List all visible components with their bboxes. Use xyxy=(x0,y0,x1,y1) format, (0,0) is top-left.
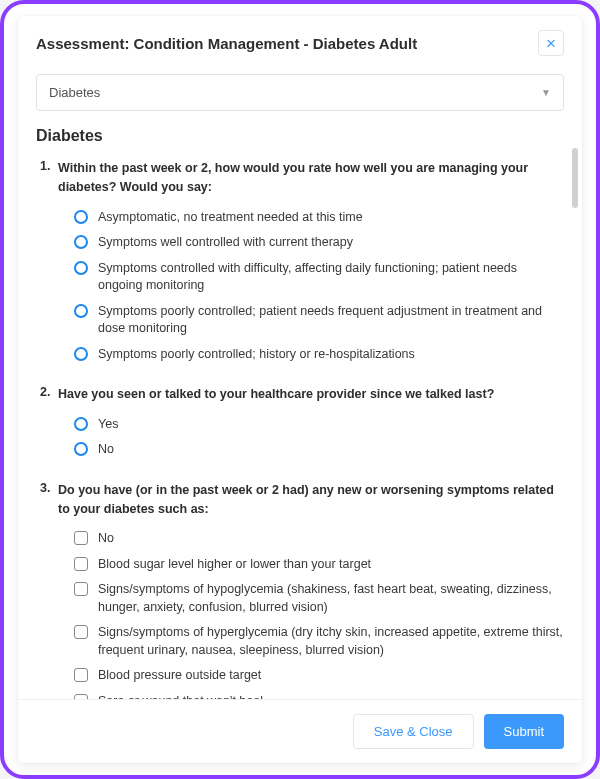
checkbox-input[interactable] xyxy=(74,694,88,699)
question-list: Within the past week or 2, how would you… xyxy=(36,159,564,699)
modal-body: Diabetes ▼ Diabetes Within the past week… xyxy=(18,68,582,699)
option-item: Yes xyxy=(74,412,564,438)
app-frame: Assessment: Condition Management - Diabe… xyxy=(0,0,600,779)
option-label: Blood pressure outside target xyxy=(98,667,261,685)
save-close-button[interactable]: Save & Close xyxy=(353,714,474,749)
option-list: No Blood sugar level higher or lower tha… xyxy=(58,526,564,699)
checkbox-input[interactable] xyxy=(74,625,88,639)
question-text: Have you seen or talked to your healthca… xyxy=(58,385,564,404)
modal-title: Assessment: Condition Management - Diabe… xyxy=(36,35,417,52)
option-list: Asymptomatic, no treatment needed at thi… xyxy=(58,205,564,368)
radio-input[interactable] xyxy=(74,442,88,456)
radio-input[interactable] xyxy=(74,347,88,361)
question-item: Within the past week or 2, how would you… xyxy=(40,159,564,367)
option-item: No xyxy=(74,437,564,463)
modal-footer: Save & Close Submit xyxy=(18,699,582,763)
close-icon: × xyxy=(546,35,556,52)
option-label: Blood sugar level higher or lower than y… xyxy=(98,556,371,574)
submit-button[interactable]: Submit xyxy=(484,714,564,749)
option-label: Yes xyxy=(98,416,118,434)
option-label: No xyxy=(98,530,114,548)
close-button[interactable]: × xyxy=(538,30,564,56)
category-dropdown[interactable]: Diabetes ▼ xyxy=(36,74,564,111)
checkbox-input[interactable] xyxy=(74,557,88,571)
checkbox-input[interactable] xyxy=(74,531,88,545)
option-label: No xyxy=(98,441,114,459)
question-text: Do you have (or in the past week or 2 ha… xyxy=(58,481,564,519)
option-label: Sore or wound that won't heal xyxy=(98,693,263,699)
option-item: Signs/symptoms of hyperglycemia (dry itc… xyxy=(74,620,564,663)
question-item: Do you have (or in the past week or 2 ha… xyxy=(40,481,564,699)
checkbox-input[interactable] xyxy=(74,668,88,682)
radio-input[interactable] xyxy=(74,304,88,318)
category-dropdown-row: Diabetes ▼ xyxy=(36,74,564,111)
modal-header: Assessment: Condition Management - Diabe… xyxy=(18,16,582,68)
option-label: Symptoms poorly controlled; history or r… xyxy=(98,346,415,364)
option-label: Symptoms poorly controlled; patient need… xyxy=(98,303,564,338)
dropdown-selected-label: Diabetes xyxy=(49,85,100,100)
radio-input[interactable] xyxy=(74,235,88,249)
radio-input[interactable] xyxy=(74,417,88,431)
option-item: Symptoms well controlled with current th… xyxy=(74,230,564,256)
option-item: Blood sugar level higher or lower than y… xyxy=(74,552,564,578)
section-title: Diabetes xyxy=(36,127,564,145)
option-label: Signs/symptoms of hypoglycemia (shakines… xyxy=(98,581,564,616)
option-label: Asymptomatic, no treatment needed at thi… xyxy=(98,209,363,227)
option-item: Symptoms poorly controlled; history or r… xyxy=(74,342,564,368)
chevron-down-icon: ▼ xyxy=(541,87,551,98)
option-item: No xyxy=(74,526,564,552)
scrollbar[interactable] xyxy=(572,148,578,208)
option-item: Symptoms controlled with difficulty, aff… xyxy=(74,256,564,299)
option-label: Symptoms controlled with difficulty, aff… xyxy=(98,260,564,295)
option-label: Signs/symptoms of hyperglycemia (dry itc… xyxy=(98,624,564,659)
option-item: Symptoms poorly controlled; patient need… xyxy=(74,299,564,342)
radio-input[interactable] xyxy=(74,210,88,224)
option-list: Yes No xyxy=(58,412,564,463)
option-item: Blood pressure outside target xyxy=(74,663,564,689)
radio-input[interactable] xyxy=(74,261,88,275)
option-item: Signs/symptoms of hypoglycemia (shakines… xyxy=(74,577,564,620)
question-item: Have you seen or talked to your healthca… xyxy=(40,385,564,463)
option-item: Sore or wound that won't heal xyxy=(74,689,564,699)
assessment-modal: Assessment: Condition Management - Diabe… xyxy=(18,16,582,763)
checkbox-input[interactable] xyxy=(74,582,88,596)
option-label: Symptoms well controlled with current th… xyxy=(98,234,353,252)
option-item: Asymptomatic, no treatment needed at thi… xyxy=(74,205,564,231)
question-text: Within the past week or 2, how would you… xyxy=(58,159,564,197)
